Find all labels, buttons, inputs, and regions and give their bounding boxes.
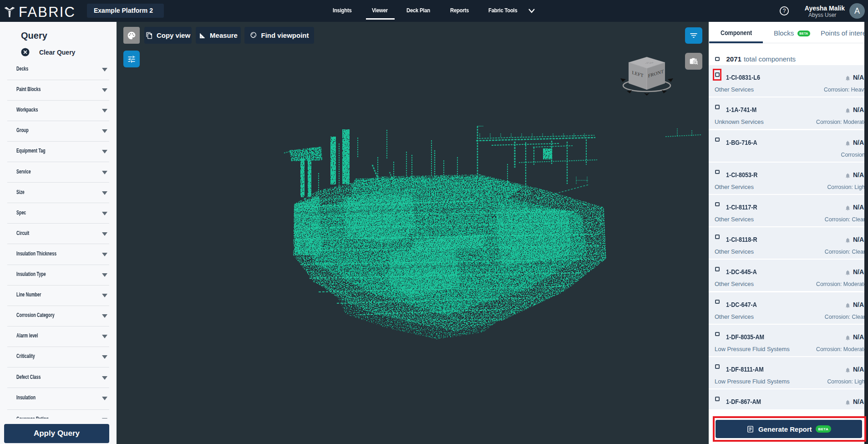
svg-text:?: ? [783, 8, 786, 14]
